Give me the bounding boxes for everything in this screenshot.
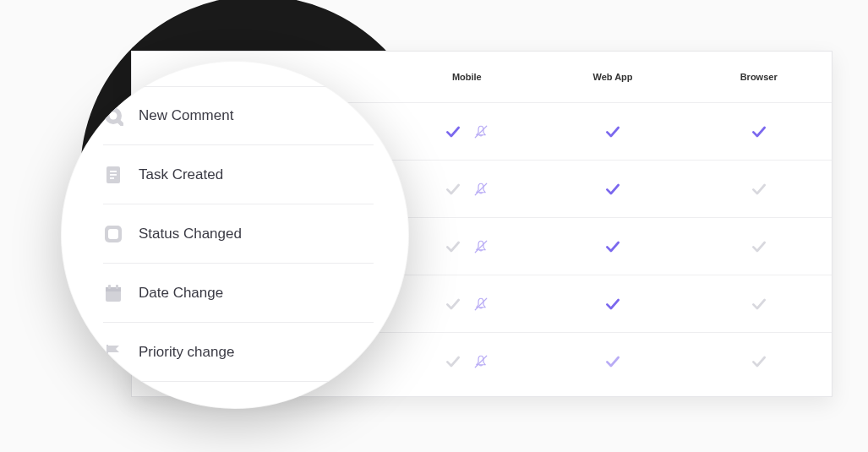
check-icon[interactable]	[604, 238, 621, 255]
cell-webapp	[540, 123, 686, 140]
cell-mobile	[394, 123, 540, 140]
mute-icon[interactable]	[473, 239, 489, 254]
cell-mobile	[394, 181, 540, 198]
magnifier-lens: New Comment Task Created Status Changed …	[61, 61, 409, 409]
cell-mobile	[394, 296, 540, 313]
mute-icon[interactable]	[473, 124, 489, 139]
notification-type-label: Task Created	[139, 166, 223, 183]
cell-webapp	[540, 353, 686, 370]
check-icon[interactable]	[604, 181, 621, 198]
check-icon[interactable]	[604, 296, 621, 313]
check-icon[interactable]	[751, 238, 767, 255]
column-header-mobile: Mobile	[394, 72, 540, 82]
cell-browser	[685, 123, 832, 140]
notification-type-label: New Comment	[139, 107, 233, 124]
check-icon[interactable]	[445, 296, 461, 313]
check-icon[interactable]	[604, 353, 621, 370]
doc-icon	[103, 165, 123, 185]
cell-browser	[685, 296, 832, 313]
cell-browser	[685, 353, 832, 370]
column-header-webapp: Web App	[540, 72, 686, 82]
check-icon[interactable]	[751, 181, 767, 198]
cell-browser	[685, 238, 832, 255]
check-icon[interactable]	[751, 123, 767, 140]
check-icon[interactable]	[445, 353, 461, 370]
cell-mobile	[394, 353, 540, 370]
cell-browser	[685, 181, 832, 198]
mute-icon[interactable]	[473, 182, 489, 197]
check-icon[interactable]	[445, 238, 461, 255]
check-icon[interactable]	[445, 123, 461, 140]
notification-type-label: Status Changed	[139, 226, 242, 242]
check-icon[interactable]	[604, 123, 621, 140]
flag-icon	[103, 342, 123, 362]
status-icon	[103, 224, 123, 244]
list-item[interactable]: Date Change	[103, 264, 374, 323]
column-header-browser: Browser	[685, 72, 832, 82]
calendar-icon	[103, 283, 123, 303]
check-icon[interactable]	[445, 181, 461, 198]
list-item[interactable]: Priority change	[103, 323, 374, 382]
cell-webapp	[540, 181, 686, 198]
cell-webapp	[540, 296, 686, 313]
notification-type-label: Priority change	[139, 344, 234, 361]
notification-type-label: Date Change	[139, 285, 223, 302]
mute-icon[interactable]	[473, 354, 489, 369]
cell-mobile	[394, 238, 540, 255]
list-item[interactable]: Status Changed	[103, 204, 374, 264]
cell-webapp	[540, 238, 686, 255]
list-item[interactable]: New Comment	[103, 86, 374, 145]
check-icon[interactable]	[751, 296, 767, 313]
check-icon[interactable]	[751, 353, 767, 370]
mute-icon[interactable]	[473, 297, 489, 312]
list-item[interactable]: Task Created	[103, 145, 374, 204]
